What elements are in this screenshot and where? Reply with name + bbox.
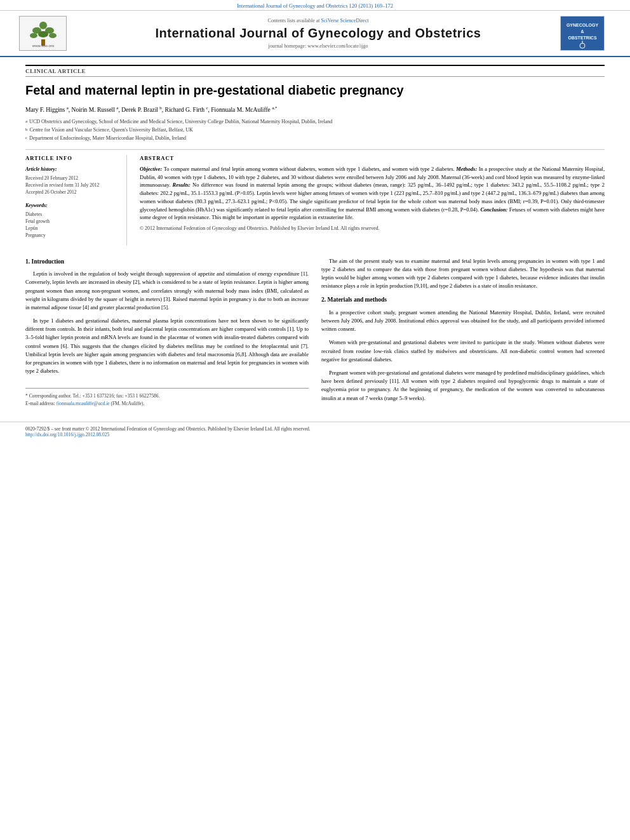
- section2-heading: 2. Materials and methods: [321, 295, 605, 305]
- article-title: Fetal and maternal leptin in pre-gestati…: [25, 82, 605, 98]
- affiliation-b-text: Centre for Vision and Vascular Science, …: [30, 126, 193, 135]
- methods-label: Methods:: [456, 166, 477, 172]
- methods-para-2: Women with pre-gestational and gestation…: [321, 338, 605, 364]
- author-firth: Richard G. Firth c: [165, 107, 208, 113]
- svg-text:&: &: [580, 29, 584, 34]
- abstract-text: Objective: To compare maternal and fetal…: [140, 165, 605, 222]
- journal-title-area: Contents lists available at SciVerse Sci…: [76, 18, 560, 49]
- article-history: Article history: Received 20 February 20…: [25, 166, 119, 196]
- email-label: E-mail address:: [25, 401, 55, 406]
- affiliation-a: a UCD Obstetrics and Gynecology, School …: [25, 118, 605, 126]
- homepage-line: journal homepage: www.elsevier.com/locat…: [76, 43, 560, 49]
- doi-link[interactable]: http://dx.doi.org/10.1016/j.ijgo.2012.08…: [25, 432, 109, 437]
- article-info-heading: ARTICLE INFO: [25, 155, 119, 161]
- journal-citation: International Journal of Gynecology and …: [0, 0, 630, 11]
- sciverse-text: Contents lists available at: [268, 18, 320, 23]
- svg-point-5: [49, 33, 57, 38]
- footnote-section: * Corresponding author. Tel.: +353 1 637…: [25, 388, 309, 407]
- author-higgins: Mary F. Higgins a: [25, 107, 69, 113]
- homepage-text: journal homepage: www.elsevier.com/locat…: [269, 43, 368, 49]
- article-info-col: ARTICLE INFO Article history: Received 2…: [25, 155, 127, 246]
- objective-label: Objective:: [140, 166, 162, 172]
- svg-text:GYNECOLOGY: GYNECOLOGY: [566, 23, 599, 27]
- history-label: Article history:: [25, 166, 119, 172]
- abstract-copyright: © 2012 International Federation of Gynec…: [140, 225, 605, 231]
- corresponding-author: * Corresponding author. Tel.: +353 1 637…: [25, 392, 309, 399]
- journal-header: www.figo.org Contents lists available at…: [0, 11, 630, 57]
- abstract-col: ABSTRACT Objective: To compare maternal …: [140, 155, 605, 246]
- svg-point-0: [39, 22, 47, 29]
- kw-fetal-growth: Fetal growth: [25, 218, 119, 225]
- conclusion-label: Conclusion:: [480, 206, 507, 213]
- affiliation-c: c Department of Endocrinology, Mater Mis…: [25, 135, 605, 143]
- gyno-logo-area: GYNECOLOGY & OBSTETRICS: [560, 16, 611, 51]
- kw-diabetes: Diabetes: [25, 211, 119, 218]
- authors-line: Mary F. Higgins a, Noirin M. Russell a, …: [25, 105, 605, 114]
- abstract-heading: ABSTRACT: [140, 155, 605, 161]
- methods-para-1: In a prospective cohort study, pregnant …: [321, 309, 605, 334]
- affiliations: a UCD Obstetrics and Gynecology, School …: [25, 118, 605, 142]
- history-received: Received 20 February 2012: [25, 175, 119, 182]
- keywords-label: Keywords:: [25, 203, 119, 208]
- affiliation-a-text: UCD Obstetrics and Gynecology, School of…: [29, 118, 332, 126]
- body-left-col: 1. Introduction Leptin is involved in th…: [25, 257, 309, 408]
- bottom-bar: 0020-7292/$ – see front matter © 2012 In…: [0, 422, 630, 441]
- affiliation-b: b Centre for Vision and Vascular Science…: [25, 126, 605, 135]
- author-mcauliffe: Fionnuala M. McAuliffe a,*: [211, 107, 277, 113]
- citation-text: International Journal of Gynecology and …: [237, 3, 393, 9]
- body-right-col: The aim of the present study was to exam…: [321, 257, 605, 408]
- gyno-icon: GYNECOLOGY & OBSTETRICS: [563, 18, 601, 50]
- figo-logo: www.figo.org: [19, 16, 67, 51]
- keywords-section: Keywords: Diabetes Fetal growth Leptin P…: [25, 203, 119, 239]
- sciverse-line: Contents lists available at SciVerse Sci…: [76, 18, 560, 23]
- history-revised: Received in revised form 31 July 2012: [25, 182, 119, 189]
- section1-heading: 1. Introduction: [25, 257, 309, 267]
- kw-pregnancy: Pregnancy: [25, 232, 119, 239]
- intro-para-1: Leptin is involved in the regulation of …: [25, 270, 309, 312]
- svg-point-3: [30, 33, 37, 38]
- kw-leptin: Leptin: [25, 225, 119, 232]
- content-area: CLINICAL ARTICLE Fetal and maternal lept…: [0, 57, 630, 415]
- svg-point-4: [38, 31, 48, 37]
- email-link[interactable]: fionnuala.mcauliffe@ucd.ie: [57, 401, 110, 406]
- svg-point-11: [580, 43, 585, 48]
- results-label: Results:: [173, 182, 191, 188]
- email-suffix: (FM. McAuliffe).: [111, 401, 144, 406]
- svg-text:OBSTETRICS: OBSTETRICS: [568, 36, 596, 40]
- methods-para-3: Pregnant women with pre-gestational and …: [321, 369, 605, 403]
- author-russell: Noirin M. Russell a: [72, 107, 119, 113]
- email-line: E-mail address: fionnuala.mcauliffe@ucd.…: [25, 400, 309, 407]
- author-brazil: Derek P. Brazil b: [121, 107, 162, 113]
- figo-tree-icon: www.figo.org: [24, 20, 62, 47]
- history-accepted: Accepted 26 October 2012: [25, 189, 119, 196]
- section-label: CLINICAL ARTICLE: [25, 65, 605, 77]
- intro-right-para: The aim of the present study was to exam…: [321, 257, 605, 291]
- sciverse-link[interactable]: SciVerse ScienceDirect: [321, 18, 369, 23]
- figo-logo-area: www.figo.org: [19, 16, 76, 51]
- gyno-logo: GYNECOLOGY & OBSTETRICS: [560, 16, 605, 51]
- intro-para-2: In type 1 diabetes and gestational diabe…: [25, 317, 309, 375]
- affiliation-c-text: Department of Endocrinology, Mater Miser…: [29, 135, 186, 143]
- info-abstract-section: ARTICLE INFO Article history: Received 2…: [25, 149, 605, 246]
- doi-line: http://dx.doi.org/10.1016/j.ijgo.2012.08…: [25, 432, 605, 437]
- body-text-section: 1. Introduction Leptin is involved in th…: [25, 257, 605, 408]
- svg-text:www.figo.org: www.figo.org: [31, 44, 53, 47]
- journal-title: International Journal of Gynecology and …: [76, 26, 560, 41]
- issn-line: 0020-7292/$ – see front matter © 2012 In…: [25, 426, 605, 432]
